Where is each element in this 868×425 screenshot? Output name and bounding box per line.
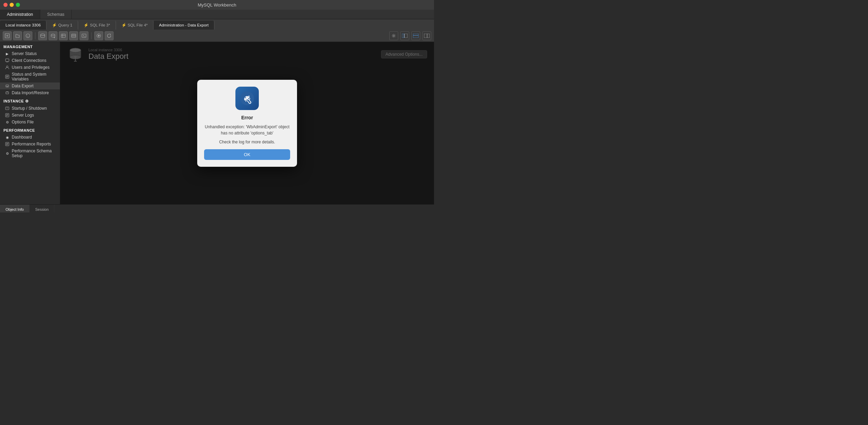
sidebar-section-instance: INSTANCE ⚙ [0,96,60,105]
modal-message: Unhandled exception: 'WbAdminExport' obj… [204,124,290,136]
tab-sql-file4[interactable]: ⚡ SQL File 4* [116,21,154,30]
svg-point-51 [245,97,246,98]
data-export-icon [5,84,10,88]
tab-query1[interactable]: ⚡ Query 1 [46,21,78,30]
toolbar-separator [35,32,35,39]
traffic-lights [3,3,20,7]
tab-schemas[interactable]: Schemas [40,10,72,19]
info-btn[interactable]: i [23,31,32,40]
bottom-bar: Object Info Session [0,204,434,212]
svg-point-5 [41,34,45,35]
modal-ok-button[interactable]: OK [204,149,290,160]
tab-admin-data-export[interactable]: Administration - Data Export [154,21,214,30]
svg-rect-33 [6,107,9,110]
users-icon [5,65,10,70]
sidebar-toggle-btn[interactable] [400,31,409,40]
tab-local-instance[interactable]: Local instance 3306 [0,21,46,30]
tab-object-info[interactable]: Object Info [0,205,30,212]
sidebar-item-server-logs[interactable]: Server Logs [0,112,60,119]
sidebar: MANAGEMENT ▶ Server Status Client Connec… [0,42,60,204]
execute-btn[interactable] [94,31,103,40]
main-layout: MANAGEMENT ▶ Server Status Client Connec… [0,42,434,204]
error-modal: Error Unhandled exception: 'WbAdminExpor… [197,80,297,167]
sidebar-section-performance: PERFORMANCE [0,126,60,134]
svg-rect-12 [72,34,76,37]
svg-point-6 [51,34,55,35]
svg-rect-22 [413,34,419,38]
tab-bar-secondary: Administration Schemas [0,10,434,19]
options-file-icon: ⚙ [5,120,10,124]
panel-toggle-btn[interactable] [422,31,431,40]
sidebar-item-performance-schema[interactable]: ⚙ Performance Schema Setup [0,148,60,159]
db-connect-btn[interactable] [38,31,47,40]
layout-toggle-btn[interactable] [411,31,420,40]
status-vars-icon [5,74,10,79]
tab-administration[interactable]: Administration [0,10,40,19]
sidebar-item-status-vars[interactable]: Status and System Variables [0,71,60,83]
close-button[interactable] [3,3,8,7]
title-bar: MySQL Workbench [0,0,434,10]
sidebar-item-users-privileges[interactable]: Users and Privileges [0,64,60,71]
refresh-btn[interactable] [105,31,114,40]
lightning-icon: ⚡ [84,23,88,28]
db-view-btn[interactable] [69,31,78,40]
svg-rect-9 [61,34,65,37]
svg-text:i: i [28,34,28,37]
toolbar-separator-2 [91,32,92,39]
toolbar-right [389,31,431,40]
sidebar-item-startup-shutdown[interactable]: Startup / Shutdown [0,105,60,112]
new-query-btn[interactable] [3,31,12,40]
startup-icon [5,106,10,111]
sidebar-item-dashboard[interactable]: ◉ Dashboard [0,134,60,141]
tab-session[interactable]: Session [30,205,54,212]
content-area: Local instance 3306 Data Export Advanced… [60,42,434,204]
sidebar-item-performance-reports[interactable]: Performance Reports [0,141,60,148]
open-file-btn[interactable] [13,31,22,40]
sidebar-item-options-file[interactable]: ⚙ Options File [0,119,60,126]
lightning-icon: ⚡ [52,23,57,28]
svg-marker-18 [98,35,100,37]
sidebar-item-client-connections[interactable]: Client Connections [0,57,60,64]
dashboard-icon: ◉ [5,135,10,140]
db-create-btn[interactable] [49,31,57,40]
tab-sql-file3[interactable]: ⚡ SQL File 3* [78,21,116,30]
maximize-button[interactable] [16,3,20,7]
svg-rect-24 [424,34,430,38]
server-status-icon: ▶ [5,51,10,56]
modal-mysql-icon [235,87,259,110]
modal-overlay: Error Unhandled exception: 'WbAdminExpor… [60,42,434,204]
lightning-icon: ⚡ [121,23,126,28]
tab-bar-top: Local instance 3306 ⚡ Query 1 ⚡ SQL File… [0,19,434,30]
minimize-button[interactable] [10,3,14,7]
performance-reports-icon [5,142,10,146]
modal-sub-message: Check the log for more details. [219,140,275,144]
db-procedure-btn[interactable] [80,31,88,40]
sidebar-section-management: MANAGEMENT [0,42,60,50]
sidebar-item-server-status[interactable]: ▶ Server Status [0,50,60,57]
db-table-btn[interactable] [59,31,68,40]
app-title: MySQL Workbench [198,2,236,8]
server-logs-icon [5,113,10,118]
svg-point-19 [393,35,394,36]
sidebar-item-data-export[interactable]: Data Export [0,83,60,89]
performance-schema-icon: ⚙ [5,151,10,156]
svg-rect-20 [402,34,404,38]
svg-rect-21 [404,34,407,38]
client-connections-icon [5,58,10,63]
settings-btn[interactable] [389,31,398,40]
svg-rect-26 [6,59,9,62]
toolbar: i [0,30,434,42]
modal-title: Error [241,115,253,120]
sidebar-item-data-import[interactable]: Data Import/Restore [0,89,60,96]
data-import-icon [5,90,10,95]
